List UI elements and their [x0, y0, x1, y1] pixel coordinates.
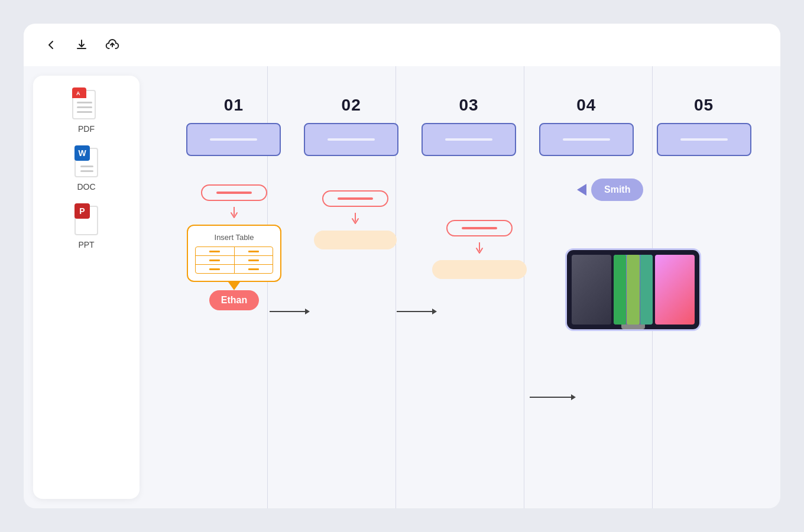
- sidebar-item-ppt[interactable]: P PPT: [45, 203, 128, 249]
- app-window: A PDF W DOC: [24, 24, 780, 508]
- svg-text:A: A: [76, 90, 80, 96]
- doc-icon: W: [72, 145, 100, 179]
- content-area: A PDF W DOC: [24, 66, 780, 508]
- sidebar: A PDF W DOC: [33, 76, 140, 499]
- back-button[interactable]: [41, 35, 60, 54]
- col2-arrow-down: [351, 213, 360, 225]
- col-card-5: [657, 123, 751, 156]
- pdf-label: PDF: [78, 124, 95, 134]
- col-header-1: 01: [175, 96, 293, 156]
- col-number-3: 03: [459, 96, 478, 115]
- col-number-2: 02: [342, 96, 361, 115]
- col-card-line-3: [445, 138, 492, 141]
- col-number-1: 01: [224, 96, 244, 115]
- sidebar-item-doc[interactable]: W DOC: [45, 145, 128, 192]
- col1-flow: Insert Table: [175, 184, 293, 310]
- monitor-photo-2: [614, 255, 653, 325]
- monitor-screen: [567, 250, 699, 329]
- col-card-line-1: [210, 138, 257, 141]
- col2-flow: [305, 184, 406, 249]
- col4-area: Smith: [565, 179, 707, 331]
- col3-pill-peach: [432, 260, 527, 279]
- cloud-upload-button[interactable]: [103, 35, 122, 54]
- col1-pill: [201, 184, 267, 201]
- arrow-col2-col3: [397, 309, 437, 314]
- smith-badge-area: Smith: [577, 179, 707, 201]
- col-card-line-2: [328, 138, 375, 141]
- col-card-line-5: [680, 138, 728, 141]
- insert-table-box: Insert Table: [187, 225, 281, 282]
- doc-label: DOC: [77, 182, 95, 192]
- col-header-2: 02: [293, 96, 410, 156]
- col-card-1: [186, 123, 281, 156]
- toolbar: [24, 24, 780, 66]
- download-button[interactable]: [72, 35, 91, 54]
- col2-pill-peach: [314, 231, 397, 249]
- col2-pill-outline: [322, 190, 388, 207]
- monitor-box: [565, 248, 701, 331]
- ppt-label: PPT: [78, 240, 94, 249]
- col-card-3: [422, 123, 516, 156]
- col-number-4: 04: [576, 96, 596, 115]
- monitor-photo-3: [655, 255, 695, 325]
- smith-triangle-icon: [577, 184, 586, 196]
- columns-header-row: 01 02 03 04: [175, 78, 763, 156]
- insert-table-tail: [228, 282, 240, 290]
- smith-badge: Smith: [591, 179, 643, 201]
- main-canvas: 01 02 03 04: [140, 66, 780, 508]
- col-header-4: 04: [527, 96, 645, 156]
- table-grid: [195, 246, 273, 274]
- col-header-5: 05: [645, 96, 763, 156]
- col3-pill-line: [462, 227, 497, 229]
- col-number-5: 05: [694, 96, 714, 115]
- col2-pill-line: [338, 197, 373, 200]
- monitor-photo-1: [572, 255, 611, 325]
- col-card-4: [539, 123, 634, 156]
- col-card-2: [304, 123, 398, 156]
- col3-arrow-down: [475, 242, 484, 254]
- col-header-3: 03: [410, 96, 528, 156]
- pdf-icon: A: [72, 87, 100, 121]
- flow-diagram: Insert Table: [157, 184, 780, 508]
- col1-arrow-down: [229, 207, 239, 219]
- col1-pill-line: [216, 192, 252, 194]
- col3-pill-outline: [446, 220, 513, 236]
- sidebar-item-pdf[interactable]: A PDF: [45, 87, 128, 134]
- col-card-line-4: [563, 138, 610, 141]
- ethan-badge: Ethan: [209, 290, 259, 310]
- arrow-col3-col4: [530, 394, 576, 400]
- col3-flow: [429, 220, 530, 279]
- insert-table-title: Insert Table: [195, 233, 273, 242]
- ppt-icon: P: [72, 203, 100, 236]
- arrow-col1-col2: [270, 309, 310, 314]
